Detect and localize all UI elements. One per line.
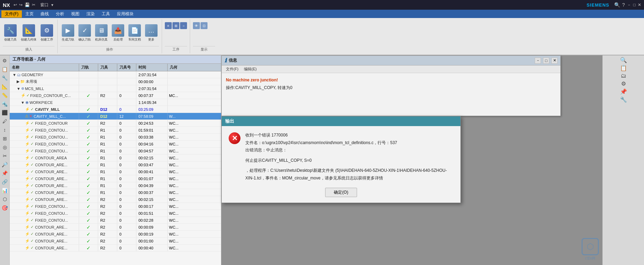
table-row[interactable]: ▼ ◉ WORKPIECE 1:14:05:34	[10, 99, 221, 106]
menu-render[interactable]: 渲染	[83, 10, 98, 18]
table-row[interactable]: ▼ ⊕ MCS_MILL 2:07:31:54	[10, 85, 221, 92]
output-content: ✕ 收到一个错误 1770006 文件名：o:\ugnx100\vp24\src…	[222, 126, 460, 203]
right-sidebar-icon-4[interactable]: ⚙	[621, 80, 626, 87]
info-maximize-btn[interactable]: □	[543, 58, 549, 64]
sidebar-icon-11[interactable]: ◎	[1, 143, 9, 151]
table-row[interactable]: ⚡ ✓ FIXED_CONTOU... ✓ R2 0 00:01:51 WC..…	[10, 210, 221, 217]
table-row[interactable]: ⚡ ✓ CONTOUR_ARE... ✓ R2 0 00:01:00 WC...	[10, 238, 221, 245]
sidebar-icon-7[interactable]: ⬛	[1, 109, 9, 116]
create-op-btn[interactable]: ⚙ 创建工序	[39, 24, 54, 43]
sidebar-icon-9[interactable]: ↕	[1, 126, 9, 134]
sidebar-icon-13[interactable]: 🔎	[1, 161, 9, 168]
info-title-bar: ℹ 信息 － □ ✕	[222, 56, 560, 65]
right-sidebar-icon-2[interactable]: 📋	[620, 65, 627, 71]
info-menu-edit[interactable]: 编辑(E)	[241, 66, 260, 72]
table-row[interactable]: ⚡ ✓ FIXED_CONTOUR ✓ R2 0 00:24:53 WC...	[10, 120, 221, 127]
save-icon[interactable]: 💾	[25, 2, 30, 7]
postprocess-btn[interactable]: 📤 后处理	[110, 24, 126, 43]
more-btn[interactable]: … 更多	[144, 24, 159, 43]
right-sidebar-icon-3[interactable]: 🗂	[621, 73, 626, 79]
menu-analysis[interactable]: 分析	[52, 10, 68, 18]
table-row[interactable]: ⚡ ✓ CONTOUR_ARE... ✓ R1 0 00:00:41 WC...	[10, 168, 221, 175]
sidebar-icon-14[interactable]: 📌	[1, 169, 9, 177]
dropdown-icon[interactable]: ▼	[51, 3, 54, 7]
sidebar-icon-5[interactable]: 📏	[1, 91, 9, 99]
menu-curve[interactable]: 曲线	[37, 10, 52, 18]
col-geo[interactable]: 几何	[168, 64, 188, 71]
sidebar-icon-1[interactable]: ⚙	[1, 57, 9, 64]
close-btn[interactable]: ✕	[638, 2, 641, 7]
menu-file[interactable]: 文件(F)	[1, 10, 22, 18]
table-row[interactable]: ⚡ ✓ FIXED_CONTOU... ✓ R2 0 00:02:28 WC..…	[10, 217, 221, 224]
help-icon[interactable]: ?	[622, 2, 625, 8]
sidebar-icon-6[interactable]: 🔩	[1, 100, 9, 108]
sidebar-icon-15[interactable]: 🔗	[1, 178, 9, 186]
sidebar-icon-8[interactable]: 🖊	[1, 117, 9, 125]
menu-view[interactable]: 视图	[68, 10, 83, 18]
table-row[interactable]: ⚡ ✓ CONTOUR_ARE... ✓ R2 0 00:02:15 WC...	[10, 196, 221, 203]
table-row[interactable]: ⚡ ✓ CONTOUR_ARE... ✓ R2 0 00:00:40 WC...	[10, 245, 221, 251]
sidebar-icon-12[interactable]: ✂	[1, 152, 9, 160]
table-row[interactable]: ⚡ ✓ FIXED_CONTOU... ✓ R2 0 00:00:17 WC..…	[10, 203, 221, 210]
create-tool-btn[interactable]: 🔧 创建刀具	[3, 24, 18, 43]
table-row[interactable]: ▶ 📁 未用项 00:00:00	[10, 78, 221, 85]
search-icon[interactable]: 🔍	[614, 2, 620, 8]
info-minimize-btn[interactable]: －	[535, 58, 541, 64]
window-menu-btn[interactable]: 窗口	[40, 2, 49, 8]
table-row[interactable]: ⚡ ✓ FIXED_CONTOU... ✓ R1 0 00:04:57 WC..…	[10, 148, 221, 154]
create-geo-btn[interactable]: 📐 创建几何体	[19, 24, 38, 43]
sidebar-icon-17[interactable]: ⬡	[1, 195, 9, 203]
table-row[interactable]: ⚡ ✓ CONTOUR_ARE... ✓ R2 0 00:00:09 WC...	[10, 224, 221, 231]
right-sidebar: 🔍 📋 🗂 ⚙ 📌 🔧	[602, 55, 644, 265]
table-row[interactable]: ⚡ ✓ CONTOUR_ARE... ✓ R1 0 00:01:07 WC...	[10, 175, 221, 182]
ok-button[interactable]: 确定(O)	[325, 188, 357, 197]
display-btn-1[interactable]: 👁	[193, 22, 200, 29]
col-toolno[interactable]: 刀具号	[117, 64, 136, 71]
display-btn-2[interactable]: ⊡	[201, 22, 207, 29]
info-menu-file[interactable]: 文件(F)	[223, 66, 241, 72]
info-close-btn[interactable]: ✕	[551, 58, 558, 64]
col-tool[interactable]: 刀具	[98, 64, 117, 71]
sidebar-icon-16[interactable]: 📊	[1, 187, 9, 194]
table-row[interactable]: ⚡ ✓ FIXED_CONTOU... ✓ R1 0 00:04:16 WC..…	[10, 141, 221, 148]
table-row[interactable]: ⚡ ✓ FIXED_CONTOU... ✓ R1 0 00:03:38 WC..…	[10, 134, 221, 141]
workshop-doc-btn[interactable]: 📄 车间文档	[127, 24, 142, 43]
cut-icon[interactable]: ✂	[32, 2, 35, 7]
small-btn-3[interactable]: ○	[180, 22, 187, 29]
col-name[interactable]: 名称	[10, 64, 79, 71]
table-row[interactable]: ⚡ ✓ CONTOUR_ARE... ✓ R1 0 00:03:47 WC...	[10, 161, 221, 168]
table-row[interactable]: ⚡ ✓ CONTOUR_ARE... ✓ R1 0 00:04:39 WC...	[10, 182, 221, 189]
col-time[interactable]: 时间	[136, 64, 168, 71]
menu-bar: 文件(F) 主页 曲线 分析 视图 渲染 工具 应用模块	[0, 10, 644, 18]
gen-toolpath-btn[interactable]: ▶ 生成刀轨	[60, 24, 76, 43]
menu-home[interactable]: 主页	[22, 10, 37, 18]
undo-icon[interactable]: ↩	[14, 2, 17, 7]
table-row[interactable]: ⚡ ✓ CONTOUR_AREA ✓ R1 0 00:02:15 WC...	[10, 154, 221, 161]
sidebar-icon-18[interactable]: 🎯	[1, 204, 9, 212]
machine-sim-btn[interactable]: 🖥 机床仿真	[94, 24, 109, 43]
table-row[interactable]: ⚡ ✓ FIXED_CONTOUR_C... ✓ R2 0 00:07:37 M…	[10, 92, 221, 99]
sidebar-icon-2[interactable]: 📋	[1, 65, 9, 73]
sidebar-icon-4[interactable]: 📐	[1, 83, 9, 90]
table-row[interactable]: ⚡ ✓ CONTOUR_ARE... ✓ R1 0 00:00:37 WC...	[10, 189, 221, 196]
table-row[interactable]: ⚡ ✓ FIXED_CONTOU... ✓ R1 0 01:59:01 WC..…	[10, 127, 221, 134]
sidebar-icon-3[interactable]: 🔧	[1, 74, 9, 82]
menu-tools[interactable]: 工具	[98, 10, 113, 18]
table-row[interactable]: ⚡ ✓ CAVITY_MILL ✓ D12 0 03:25:09	[10, 106, 221, 113]
table-row[interactable]: ⚠ ✕ CAVITY_MILL_C... ✓ D12 12 07:58:09 W…	[10, 113, 221, 120]
sidebar-icon-10[interactable]: ⊞	[1, 135, 9, 142]
minimize-btn[interactable]: －	[627, 2, 631, 8]
maximize-btn[interactable]: □	[633, 2, 636, 7]
confirm-toolpath-btn[interactable]: ✓ 确认刀轨	[77, 24, 92, 43]
table-row[interactable]: ▼ 🗂 GEOMETRY 2:07:31:54	[10, 71, 221, 78]
right-sidebar-icon-1[interactable]: 🔍	[620, 57, 627, 63]
menu-apps[interactable]: 应用模块	[113, 10, 137, 18]
table-row[interactable]: ⚡ ✓ CONTOUR_ARE... ✓ R2 0 00:00:19 WC...	[10, 231, 221, 238]
col-track[interactable]: 刀轨	[79, 64, 98, 71]
table-header: 名称 刀轨 刀具 刀具号 时间 几何	[10, 64, 221, 71]
right-sidebar-icon-6[interactable]: 🔧	[620, 96, 627, 103]
small-btn-1[interactable]: ≡	[165, 22, 172, 29]
right-sidebar-icon-5[interactable]: 📌	[620, 88, 627, 95]
small-btn-2[interactable]: ⊞	[172, 22, 179, 29]
redo-icon[interactable]: ↪	[19, 2, 23, 7]
